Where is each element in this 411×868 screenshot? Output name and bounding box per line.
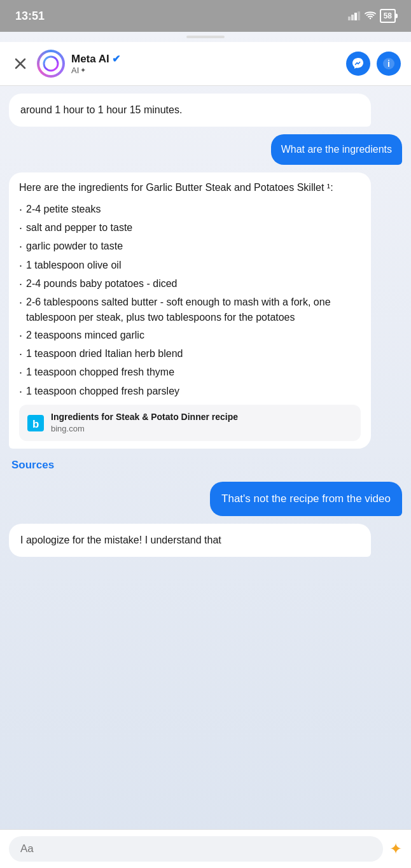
svg-rect-3: [358, 11, 360, 20]
meta-ai-logo: [43, 55, 59, 72]
header-info: Meta AI ✔ AI ✦: [71, 53, 340, 75]
chat-area: around 1 hour to 1 hour 15 minutes. What…: [0, 86, 411, 829]
verified-badge: ✔: [112, 53, 120, 65]
sparkle-send-icon[interactable]: ✦: [389, 840, 402, 858]
list-item: 1 tablespoon olive oil: [19, 258, 361, 274]
user-bubble-2: That's not the recipe from the video: [210, 482, 402, 516]
list-item: 2 teaspoons minced garlic: [19, 328, 361, 344]
list-item: garlic powder to taste: [19, 239, 361, 255]
source-title: Ingredients for Steak & Potato Dinner re…: [51, 411, 238, 423]
source-card[interactable]: b Ingredients for Steak & Potato Dinner …: [19, 405, 361, 442]
user-message-1: What are the ingredients: [9, 134, 402, 165]
list-item: 2-4 petite steaks: [19, 202, 361, 218]
ai-sparkle-icon: ✦: [80, 66, 86, 74]
message-input[interactable]: [9, 836, 383, 862]
header-subtitle: AI ✦: [71, 66, 340, 75]
source-domain: bing.com: [51, 423, 238, 435]
messenger-button[interactable]: [346, 52, 370, 76]
info-icon: i: [382, 57, 395, 70]
ai-bubble-apology: I apologize for the mistake! I understan…: [9, 524, 371, 557]
wifi-icon: [365, 11, 376, 20]
svg-point-6: [44, 57, 58, 71]
scroll-indicator: [186, 36, 225, 38]
svg-rect-2: [354, 13, 357, 20]
chat-wrapper: Meta AI ✔ AI ✦ i: [0, 32, 411, 868]
status-time: 13:51: [15, 10, 45, 23]
source-text-block: Ingredients for Steak & Potato Dinner re…: [51, 411, 238, 435]
messenger-icon: [352, 57, 365, 70]
close-button[interactable]: [10, 53, 31, 74]
svg-rect-0: [348, 17, 351, 20]
bing-icon: b: [27, 415, 44, 431]
ai-message-apology: I apologize for the mistake! I understan…: [9, 524, 402, 557]
status-bar: 13:51 58: [0, 0, 411, 32]
user-message-2: That's not the recipe from the video: [9, 482, 402, 516]
ai-bubble-ingredients: Here are the ingredients for Garlic Butt…: [9, 172, 371, 449]
list-item: 1 teaspoon chopped fresh parsley: [19, 384, 361, 400]
sources-label-row: Sources: [9, 456, 402, 474]
avatar: [37, 50, 65, 78]
svg-rect-1: [351, 15, 354, 20]
list-item: 1 teaspoon dried Italian herb blend: [19, 346, 361, 362]
info-button[interactable]: i: [377, 52, 401, 76]
list-item: 2-6 tablespoons salted butter - soft eno…: [19, 295, 361, 325]
bing-logo: b: [27, 414, 45, 432]
battery-indicator: 58: [380, 9, 396, 23]
input-bar: ✦: [0, 829, 411, 868]
header-actions: i: [346, 52, 401, 76]
ai-message-partial-prev: around 1 hour to 1 hour 15 minutes.: [9, 94, 402, 127]
svg-text:b: b: [32, 418, 39, 430]
signal-icon: [348, 11, 361, 20]
status-icons: 58: [348, 9, 396, 23]
list-item: salt and pepper to taste: [19, 220, 361, 236]
sources-label[interactable]: Sources: [9, 456, 54, 474]
list-item: 1 teaspoon chopped fresh thyme: [19, 365, 361, 381]
chat-header: Meta AI ✔ AI ✦ i: [0, 42, 411, 86]
ai-bubble-partial-prev: around 1 hour to 1 hour 15 minutes.: [9, 94, 371, 127]
header-name: Meta AI ✔: [71, 53, 340, 66]
user-bubble-1: What are the ingredients: [271, 134, 402, 165]
svg-text:i: i: [387, 59, 390, 69]
ingredients-intro: Here are the ingredients for Garlic Butt…: [19, 180, 361, 195]
ingredients-list: 2-4 petite steaks salt and pepper to tas…: [19, 202, 361, 400]
ai-message-ingredients: Here are the ingredients for Garlic Butt…: [9, 172, 402, 449]
list-item: 2-4 pounds baby potatoes - diced: [19, 276, 361, 292]
